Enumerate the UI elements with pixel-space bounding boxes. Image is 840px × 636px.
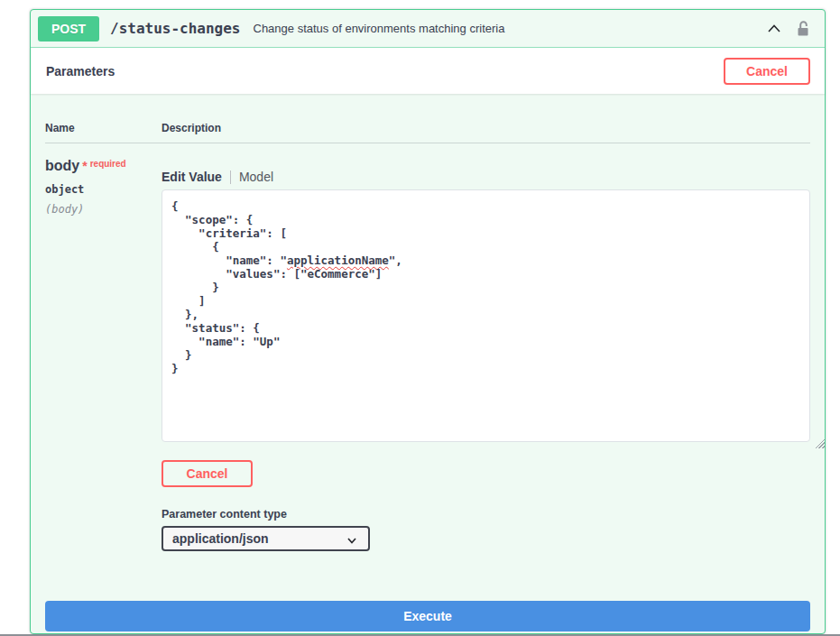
parameter-name-column: body*required object (body) xyxy=(45,158,162,551)
operation-description: Change status of environments matching c… xyxy=(254,22,505,35)
cancel-try-out-button[interactable]: Cancel xyxy=(724,58,810,85)
parameter-name: body*required xyxy=(45,158,162,174)
description-column-header: Description xyxy=(162,122,810,134)
parameters-body: Name Description body*required object (b… xyxy=(31,94,825,636)
request-body-editor[interactable]: { "scope": { "criteria": [ { "name": "ap… xyxy=(162,189,810,442)
chevron-down-icon xyxy=(345,533,359,548)
tab-edit-value[interactable]: Edit Value xyxy=(162,170,222,184)
content-type-label: Parameter content type xyxy=(162,508,810,521)
content-type-select[interactable]: application/json xyxy=(162,526,370,551)
http-method-badge: POST xyxy=(38,16,99,41)
unlocked-padlock-icon[interactable] xyxy=(794,20,812,38)
parameter-description-column: Edit Value Model { "scope": { "criteria"… xyxy=(162,158,810,551)
body-parameter-row: body*required object (body) Edit Value M… xyxy=(45,143,810,551)
parameter-name-text: body xyxy=(45,158,79,173)
required-label: required xyxy=(90,159,126,169)
parameter-content-type: Parameter content type application/json xyxy=(162,508,810,551)
collapse-chevron-up-icon[interactable] xyxy=(765,20,783,38)
parameter-type: object xyxy=(45,183,162,196)
tab-divider xyxy=(230,171,231,184)
summary-controls xyxy=(765,20,812,38)
name-column-header: Name xyxy=(45,122,162,134)
parameters-table-header: Name Description xyxy=(45,94,810,143)
operation-path: /status-changes xyxy=(110,20,241,37)
execute-button[interactable]: Execute xyxy=(45,601,810,631)
editor-cancel-button[interactable]: Cancel xyxy=(162,460,253,487)
parameters-title: Parameters xyxy=(46,64,115,78)
tab-model[interactable]: Model xyxy=(239,170,273,184)
content-type-selected-value: application/json xyxy=(172,531,269,546)
textarea-resize-grip[interactable] xyxy=(815,438,825,448)
required-asterisk: * xyxy=(82,159,87,173)
body-editor-tabs: Edit Value Model xyxy=(162,170,810,184)
parameters-section-header: Parameters Cancel xyxy=(31,48,825,94)
operation-summary-bar[interactable]: POST /status-changes Change status of en… xyxy=(31,10,825,48)
operation-block-post: POST /status-changes Change status of en… xyxy=(30,9,826,634)
parameter-location: (body) xyxy=(45,203,162,216)
